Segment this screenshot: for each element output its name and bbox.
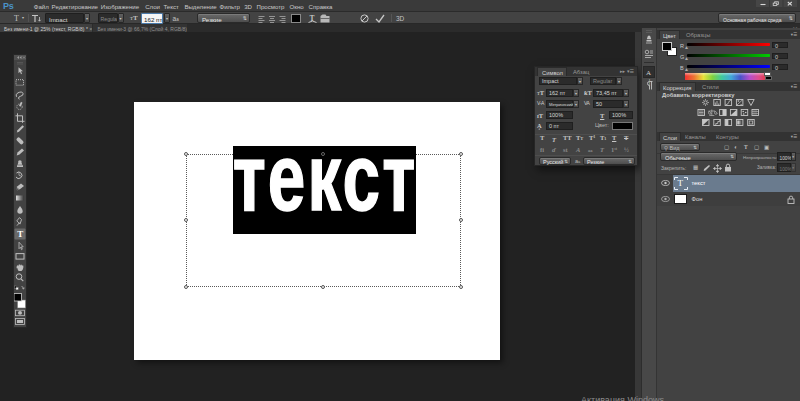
svg-text:T: T (17, 229, 23, 239)
